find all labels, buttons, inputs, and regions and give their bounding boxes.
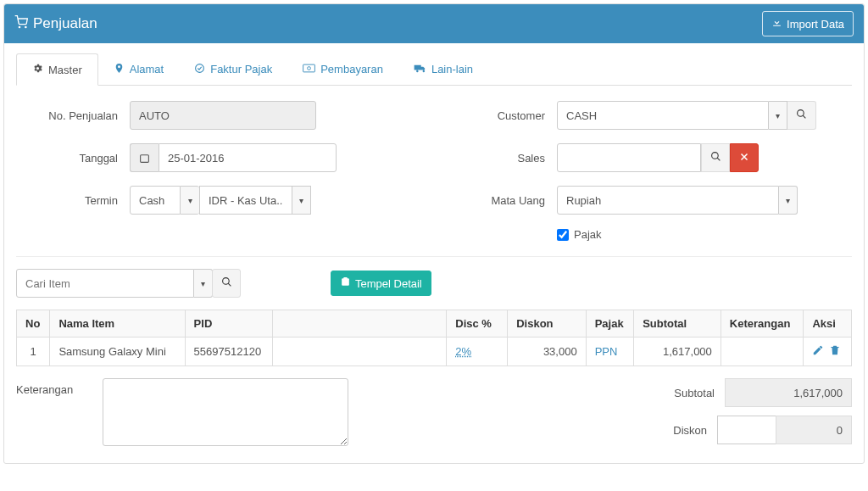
termin-cash-select[interactable] <box>130 186 181 215</box>
sales-input[interactable] <box>557 143 701 172</box>
cell-subtotal: 1,617,000 <box>634 338 721 366</box>
termin-label: Termin <box>19 194 130 207</box>
svg-point-4 <box>308 66 311 70</box>
pajak-link[interactable]: PPN <box>595 345 618 358</box>
sales-clear-button[interactable] <box>730 143 759 172</box>
tab-lain-label: Lain-lain <box>431 63 473 75</box>
diskon-input[interactable] <box>717 416 776 444</box>
table-row: 1 Samsung Galaxy Mini 55697512120 2% 33,… <box>17 338 852 366</box>
tab-alamat[interactable]: Alamat <box>98 53 179 85</box>
tab-master-label: Master <box>48 64 82 76</box>
tab-lain[interactable]: Lain-lain <box>398 53 488 85</box>
customer-search-button[interactable] <box>787 101 816 130</box>
tab-pembayaran-label: Pembayaran <box>320 63 383 75</box>
cell-no: 1 <box>17 338 50 366</box>
col-aksi: Aksi <box>804 310 852 338</box>
delete-row-button[interactable] <box>829 344 841 359</box>
download-icon <box>771 17 782 31</box>
chevron-down-icon[interactable]: ▾ <box>181 186 199 215</box>
col-ket: Keterangan <box>721 310 804 338</box>
svg-rect-9 <box>343 277 347 279</box>
customer-select[interactable] <box>557 101 769 130</box>
col-pid: PID <box>185 310 272 338</box>
search-icon <box>221 276 232 290</box>
cell-nama: Samsung Galaxy Mini <box>50 338 185 366</box>
keterangan-label: Keterangan <box>16 378 92 446</box>
tempel-detail-button[interactable]: Tempel Detail <box>331 271 431 296</box>
tab-master[interactable]: Master <box>16 53 98 86</box>
keterangan-textarea[interactable] <box>103 378 348 446</box>
chevron-down-icon[interactable]: ▾ <box>292 186 311 215</box>
import-data-button[interactable]: Import Data <box>762 11 854 36</box>
detail-table: No Nama Item PID Disc % Diskon Pajak Sub… <box>16 310 852 366</box>
cell-diskon: 33,000 <box>508 338 586 366</box>
tempel-label: Tempel Detail <box>355 277 422 290</box>
svg-point-2 <box>196 64 204 72</box>
customer-label: Customer <box>447 109 557 122</box>
pajak-checkbox[interactable] <box>557 229 569 241</box>
check-circle-icon <box>194 63 205 76</box>
cell-aksi <box>804 338 852 366</box>
money-icon <box>303 63 315 76</box>
tab-faktur-label: Faktur Pajak <box>210 63 272 75</box>
currency-select[interactable] <box>557 186 779 215</box>
pajak-label: Pajak <box>574 228 602 241</box>
termin-account-select[interactable] <box>199 186 292 215</box>
panel-heading: Penjualan Import Data <box>4 4 864 43</box>
cell-ket <box>721 338 804 366</box>
sales-label: Sales <box>447 152 557 165</box>
col-discp: Disc % <box>447 310 508 338</box>
subtotal-label: Subtotal <box>606 387 725 399</box>
col-pajak: Pajak <box>586 310 633 338</box>
col-diskon: Diskon <box>508 310 586 338</box>
page-title: Penjualan <box>14 15 97 33</box>
chevron-down-icon[interactable]: ▾ <box>194 269 213 298</box>
search-icon <box>710 151 721 165</box>
subtotal-value: 1,617,000 <box>725 378 852 407</box>
chevron-down-icon[interactable]: ▾ <box>779 186 798 215</box>
calendar-icon[interactable] <box>130 143 159 172</box>
svg-point-7 <box>711 153 718 159</box>
gears-icon <box>32 63 43 76</box>
cart-icon <box>14 15 28 33</box>
tab-faktur[interactable]: Faktur Pajak <box>179 53 287 85</box>
cell-discp: 2% <box>447 338 508 366</box>
svg-point-6 <box>798 110 804 117</box>
search-icon <box>796 109 807 122</box>
currency-label: Mata Uang <box>447 194 557 207</box>
tab-pembayaran[interactable]: Pembayaran <box>287 53 398 85</box>
no-penjualan-label: No. Penjualan <box>19 109 130 122</box>
col-no: No <box>17 310 50 338</box>
marker-icon <box>114 63 125 76</box>
edit-row-button[interactable] <box>812 344 824 359</box>
svg-point-8 <box>222 278 229 285</box>
truck-icon <box>414 63 426 76</box>
col-nama: Nama Item <box>50 310 185 338</box>
pajak-checkbox-wrap[interactable]: Pajak <box>557 228 602 241</box>
svg-rect-5 <box>141 154 149 162</box>
tanggal-label: Tanggal <box>19 152 130 165</box>
svg-rect-3 <box>303 64 315 72</box>
tab-alamat-label: Alamat <box>130 63 164 75</box>
diskon-value: 0 <box>776 416 852 444</box>
paste-icon <box>340 276 351 290</box>
discp-link[interactable]: 2% <box>455 345 471 358</box>
col-hidden <box>272 310 446 338</box>
title-text: Penjualan <box>33 15 97 32</box>
sales-search-button[interactable] <box>701 143 730 172</box>
close-icon <box>739 152 749 165</box>
svg-point-0 <box>19 26 19 27</box>
cell-pid: 55697512120 <box>185 338 272 366</box>
cell-pajak: PPN <box>586 338 633 366</box>
tabs: Master Alamat Faktur Pajak Pembayaran La… <box>16 53 852 86</box>
tanggal-input[interactable] <box>159 143 337 172</box>
col-subtotal: Subtotal <box>634 310 721 338</box>
svg-point-1 <box>25 26 26 27</box>
diskon-label: Diskon <box>598 424 717 437</box>
import-label: Import Data <box>787 18 844 31</box>
search-item-input[interactable] <box>16 269 194 298</box>
no-penjualan-input <box>130 101 316 130</box>
search-item-button[interactable] <box>212 269 241 298</box>
chevron-down-icon[interactable]: ▾ <box>769 101 787 130</box>
